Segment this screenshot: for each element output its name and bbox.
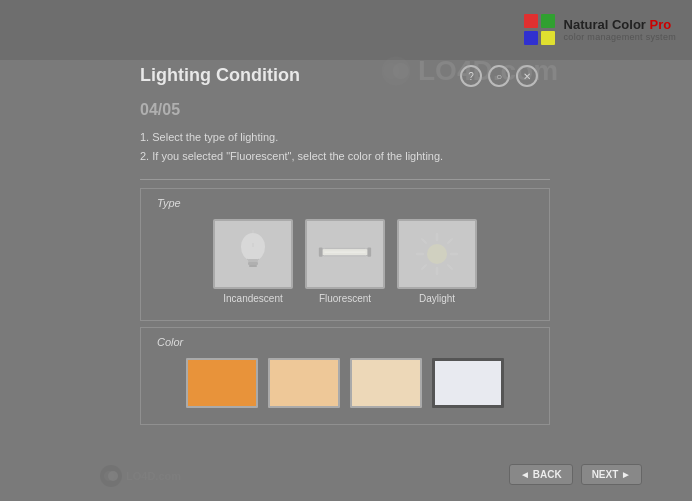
app-container: Natural Color Pro color management syste… (0, 0, 692, 501)
page-total: 05 (162, 101, 180, 118)
app-subtitle: color management system (564, 32, 676, 43)
type-option-fluorescent[interactable]: Fluorescent (305, 219, 385, 304)
app-title-pro: Pro (650, 17, 672, 32)
daylight-label: Daylight (419, 293, 455, 304)
app-title: Natural Color Pro (564, 17, 676, 33)
color-section: Color (140, 327, 550, 425)
svg-point-24 (108, 471, 118, 481)
incandescent-icon-box (213, 219, 293, 289)
svg-line-21 (448, 239, 452, 243)
incandescent-icon (233, 229, 273, 279)
bottom-nav: ◄ BACK NEXT ► (509, 464, 642, 485)
main-panel: Lighting Condition 04/05 1. Select the t… (140, 55, 550, 425)
bottom-watermark: LO4D.com (100, 465, 181, 487)
type-option-incandescent[interactable]: Incandescent (213, 219, 293, 304)
color-label: Color (157, 336, 533, 348)
svg-rect-5 (248, 262, 258, 265)
next-button[interactable]: NEXT ► (581, 464, 642, 485)
page-counter: 04/05 (140, 90, 550, 122)
svg-rect-11 (319, 248, 323, 257)
svg-rect-4 (248, 259, 258, 262)
type-option-daylight[interactable]: Daylight (397, 219, 477, 304)
svg-rect-6 (249, 265, 257, 267)
page-title: Lighting Condition (140, 65, 550, 86)
type-label: Type (157, 197, 533, 209)
color-swatch-3[interactable] (432, 358, 504, 408)
svg-line-19 (422, 239, 426, 243)
color-swatch-0[interactable] (186, 358, 258, 408)
fluorescent-label: Fluorescent (319, 293, 371, 304)
logo-area: Natural Color Pro color management syste… (524, 14, 676, 46)
top-bar: Natural Color Pro color management syste… (0, 0, 692, 60)
bottom-watermark-text: LO4D.com (126, 470, 181, 482)
instruction-2: 2. If you selected "Fluorescent", select… (140, 147, 550, 166)
fluorescent-icon-box (305, 219, 385, 289)
svg-line-22 (422, 265, 426, 269)
page-num: 04 (140, 101, 158, 118)
type-section: Type Incand (140, 188, 550, 321)
instruction-1: 1. Select the type of lighting. (140, 128, 550, 147)
divider (140, 179, 550, 180)
svg-rect-12 (367, 248, 371, 257)
logo-text: Natural Color Pro color management syste… (564, 17, 676, 43)
instructions: 1. Select the type of lighting. 2. If yo… (140, 128, 550, 165)
fluorescent-icon (317, 234, 373, 274)
incandescent-label: Incandescent (223, 293, 283, 304)
watermark-circle-icon (100, 465, 122, 487)
svg-point-14 (427, 244, 447, 264)
type-options: Incandescent Fluorescent (157, 219, 533, 304)
page-header: Lighting Condition 04/05 1. Select the t… (140, 55, 550, 171)
daylight-icon (415, 232, 459, 276)
daylight-icon-box (397, 219, 477, 289)
svg-line-20 (448, 265, 452, 269)
color-options (157, 358, 533, 408)
color-swatch-2[interactable] (350, 358, 422, 408)
back-button[interactable]: ◄ BACK (509, 464, 573, 485)
color-swatch-1[interactable] (268, 358, 340, 408)
logo-icon (524, 14, 556, 46)
